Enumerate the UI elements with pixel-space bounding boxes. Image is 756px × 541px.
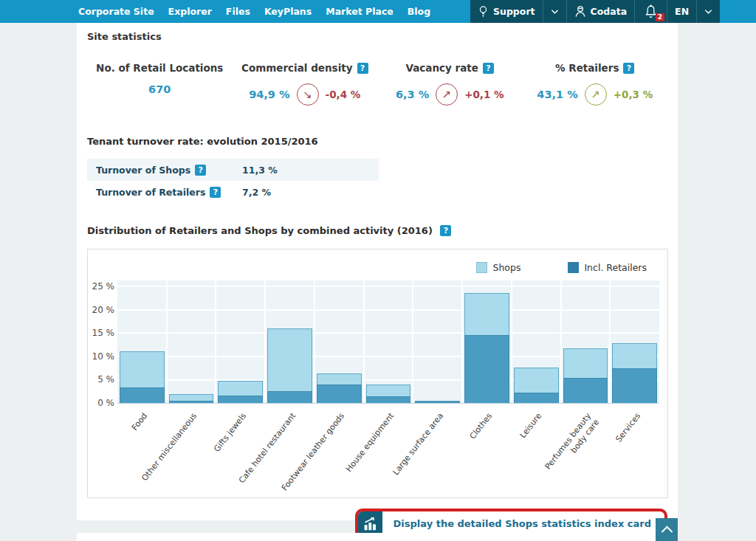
stat-value-row: 94,9 %↘-0,4 % xyxy=(233,83,378,106)
stat-column: No. of Retail Locations670 xyxy=(87,62,233,106)
turnover-row: Turnover of Retailers?7,2 % xyxy=(87,181,379,203)
distribution-heading: Distribution of Retailers and Shops by c… xyxy=(87,225,667,236)
stat-column: Commercial density?94,9 %↘-0,4 % xyxy=(233,62,378,106)
help-icon[interactable]: ? xyxy=(623,63,634,74)
y-axis-tick: 10 % xyxy=(88,351,114,362)
stat-label: Vacancy rate? xyxy=(377,62,523,74)
bar-incl-retailers[interactable] xyxy=(464,335,509,403)
help-icon[interactable]: ? xyxy=(357,63,368,74)
language-dropdown-button[interactable] xyxy=(696,0,720,23)
turnover-row-label: Turnover of Retailers? xyxy=(96,187,242,198)
distribution-heading-text: Distribution of Retailers and Shops by c… xyxy=(87,225,433,236)
nav-item-files[interactable]: Files xyxy=(226,6,250,17)
y-axis-tick: 25 % xyxy=(88,281,114,292)
page-title: Site statistics xyxy=(87,31,667,42)
user-icon xyxy=(574,5,586,18)
bar-incl-retailers[interactable] xyxy=(612,368,657,403)
turnover-row: Turnover of Shops?11,3 % xyxy=(87,159,379,181)
nav-item-market-place[interactable]: Market Place xyxy=(326,6,394,17)
distribution-chart: Shops Incl. Retailers 0 %5 %10 %15 %20 %… xyxy=(87,249,668,498)
help-icon[interactable]: ? xyxy=(440,225,451,236)
category-divider xyxy=(609,280,611,403)
incl-retailers-swatch-icon xyxy=(568,262,579,273)
notification-count-badge: 2 xyxy=(656,13,664,21)
bar-incl-retailers[interactable] xyxy=(366,396,411,403)
stat-value-row: 6,3 %↗+0,1 % xyxy=(377,83,523,106)
notifications-button[interactable]: 2 xyxy=(634,0,667,23)
category-divider xyxy=(215,280,216,403)
help-icon[interactable]: ? xyxy=(210,187,221,198)
stat-label-text: Vacancy rate xyxy=(406,62,478,74)
y-axis-tick: 0 % xyxy=(88,398,114,408)
nav-item-keyplans[interactable]: KeyPlans xyxy=(264,6,312,17)
category-divider xyxy=(461,280,463,403)
chart-category xyxy=(117,280,167,403)
chart-category xyxy=(462,280,512,403)
support-label: Support xyxy=(493,6,535,17)
chart-category xyxy=(167,280,216,403)
bar-incl-retailers[interactable] xyxy=(415,402,460,403)
nav-item-explorer[interactable]: Explorer xyxy=(168,6,212,17)
scroll-to-top-button[interactable] xyxy=(656,518,678,541)
stat-label: % Retailers? xyxy=(523,62,668,74)
y-axis-tick: 5 % xyxy=(88,374,114,385)
bar-incl-retailers[interactable] xyxy=(267,391,312,403)
stat-label: Commercial density? xyxy=(233,62,378,74)
help-icon[interactable]: ? xyxy=(483,63,494,74)
help-icon[interactable]: ? xyxy=(195,165,206,176)
nav-item-corporate-site[interactable]: Corporate Site xyxy=(78,6,154,17)
chart-category xyxy=(216,280,265,403)
stat-value: 43,1 % xyxy=(537,89,577,100)
stat-column: Vacancy rate?6,3 %↗+0,1 % xyxy=(377,62,523,106)
main-menu: Corporate SiteExplorerFilesKeyPlansMarke… xyxy=(78,0,430,23)
turnover-label-text: Turnover of Retailers xyxy=(96,187,205,198)
chart-category xyxy=(315,280,364,403)
stat-value: 94,9 % xyxy=(249,89,289,100)
detail-button-label: Display the detailed Shops statistics in… xyxy=(382,518,664,529)
bar-incl-retailers[interactable] xyxy=(317,385,362,403)
trend-up-icon: ↗ xyxy=(436,83,458,106)
chart-category xyxy=(561,280,611,403)
y-axis-tick: 15 % xyxy=(88,328,114,338)
nav-item-blog[interactable]: Blog xyxy=(408,6,430,17)
bar-incl-retailers[interactable] xyxy=(563,378,608,403)
support-dropdown-button[interactable] xyxy=(543,0,566,23)
support-button[interactable]: Support xyxy=(470,0,543,23)
y-axis-tick: 20 % xyxy=(88,305,114,315)
stat-label-text: % Retailers xyxy=(555,62,619,74)
stat-value: 6,3 % xyxy=(396,89,429,100)
category-divider xyxy=(412,280,413,403)
language-button[interactable]: EN xyxy=(667,0,696,23)
bar-incl-retailers[interactable] xyxy=(514,393,559,403)
chevron-down-icon xyxy=(704,9,712,15)
stat-delta: -0,4 % xyxy=(326,89,361,100)
chart-category xyxy=(413,280,462,403)
category-divider xyxy=(511,280,512,403)
plot-area xyxy=(117,280,659,404)
x-axis: FoodOther miscellaneousGifts jewelsCafe … xyxy=(117,407,659,495)
bar-incl-retailers[interactable] xyxy=(120,387,165,403)
language-label: EN xyxy=(675,6,689,17)
trend-down-icon: ↘ xyxy=(297,83,319,106)
bar-incl-retailers[interactable] xyxy=(218,396,263,403)
stat-delta: +0,3 % xyxy=(614,89,653,100)
turnover-label-text: Turnover of Shops xyxy=(96,165,190,176)
legend-item-shops[interactable]: Shops xyxy=(476,262,520,273)
account-button[interactable]: Codata xyxy=(566,0,635,23)
category-divider xyxy=(363,280,365,403)
next-section-card xyxy=(77,533,678,541)
chart-category xyxy=(265,280,315,403)
trend-up-icon: ↗ xyxy=(585,83,607,106)
bar-incl-retailers[interactable] xyxy=(169,401,214,403)
stat-label-text: Commercial density xyxy=(241,62,353,74)
legend-item-incl-retailers[interactable]: Incl. Retailers xyxy=(568,262,647,273)
chart-category xyxy=(512,280,561,403)
turnover-row-value: 7,2 % xyxy=(242,187,271,198)
shops-swatch-icon xyxy=(476,262,487,273)
navbar-right-group: Support Codata 2 EN xyxy=(470,0,720,23)
stat-value: 670 xyxy=(148,83,171,95)
stat-column: % Retailers?43,1 %↗+0,3 % xyxy=(523,62,668,106)
site-statistics-panel: Site statistics No. of Retail Locations6… xyxy=(77,23,678,520)
legend-label: Shops xyxy=(492,262,520,273)
stat-label-text: No. of Retail Locations xyxy=(96,62,223,74)
